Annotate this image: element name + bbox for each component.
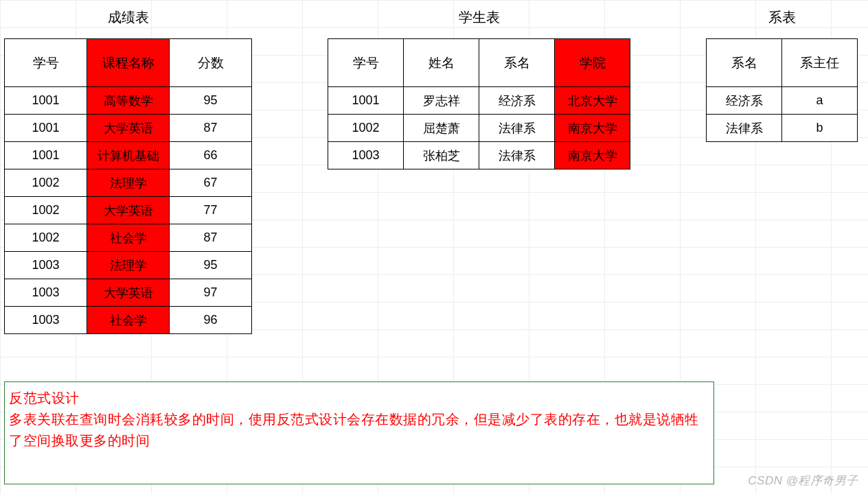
student-table: 学号 姓名 系名 学院 1001罗志祥经济系北京大学 1002屈楚萧法律系南京大… — [328, 38, 630, 169]
cell-dept: 经济系 — [707, 87, 782, 115]
cell-points: 97 — [170, 279, 252, 307]
student-table-title: 学生表 — [459, 8, 500, 26]
cell-points: 87 — [170, 224, 252, 252]
col-dept: 系名 — [707, 39, 782, 87]
cell-points: 87 — [170, 115, 252, 142]
cell-course: 法理学 — [87, 169, 170, 197]
col-points: 分数 — [170, 39, 252, 87]
cell-course: 高等数学 — [87, 87, 170, 115]
cell-id: 1002 — [5, 169, 87, 197]
cell-id: 1002 — [5, 224, 87, 252]
cell-dept: 经济系 — [479, 87, 555, 115]
cell-college: 南京大学 — [555, 142, 630, 169]
tables-area: 成绩表 学号 课程名称 分数 1001高等数学95 1001大学英语87 100… — [0, 0, 868, 334]
cell-course: 大学英语 — [87, 197, 170, 224]
dept-table-title: 系表 — [768, 8, 796, 26]
cell-course: 计算机基础 — [87, 142, 170, 169]
table-header-row: 系名 系主任 — [707, 39, 858, 87]
col-course-name: 课程名称 — [87, 39, 170, 87]
table-header-row: 学号 课程名称 分数 — [5, 39, 252, 87]
table-row: 1001高等数学95 — [5, 87, 252, 115]
cell-points: 67 — [170, 169, 252, 197]
table-row: 1001计算机基础66 — [5, 142, 252, 169]
cell-id: 1002 — [328, 115, 404, 142]
cell-id: 1002 — [5, 197, 87, 224]
cell-dept: 法律系 — [479, 142, 555, 169]
dept-table: 系名 系主任 经济系a 法律系b — [706, 38, 858, 142]
cell-name: 屈楚萧 — [404, 115, 479, 142]
score-table-block: 成绩表 学号 课程名称 分数 1001高等数学95 1001大学英语87 100… — [4, 8, 252, 334]
watermark: CSDN @程序奇男子 — [748, 473, 858, 489]
cell-dept: 法律系 — [707, 115, 782, 142]
cell-college: 北京大学 — [555, 87, 630, 115]
cell-id: 1001 — [5, 115, 87, 142]
table-row: 1001罗志祥经济系北京大学 — [328, 87, 630, 115]
cell-course: 大学英语 — [87, 115, 170, 142]
cell-course: 社会学 — [87, 307, 170, 334]
cell-college: 南京大学 — [555, 115, 630, 142]
cell-id: 1003 — [328, 142, 404, 169]
cell-id: 1003 — [5, 307, 87, 334]
col-dept-head: 系主任 — [782, 39, 858, 87]
note-body: 多表关联在查询时会消耗较多的时间，使用反范式设计会存在数据的冗余，但是减少了表的… — [9, 409, 709, 451]
cell-id: 1001 — [5, 142, 87, 169]
cell-course: 社会学 — [87, 224, 170, 252]
cell-points: 95 — [170, 87, 252, 115]
table-header-row: 学号 姓名 系名 学院 — [328, 39, 630, 87]
col-dept: 系名 — [479, 39, 555, 87]
col-student-name: 姓名 — [404, 39, 479, 87]
score-table-title: 成绩表 — [108, 8, 149, 26]
table-row: 1002屈楚萧法律系南京大学 — [328, 115, 630, 142]
table-row: 经济系a — [707, 87, 858, 115]
cell-course: 法理学 — [87, 252, 170, 279]
table-row: 1002大学英语77 — [5, 197, 252, 224]
score-table: 学号 课程名称 分数 1001高等数学95 1001大学英语87 1001计算机… — [4, 38, 252, 334]
cell-id: 1001 — [328, 87, 404, 115]
note-title: 反范式设计 — [9, 388, 709, 409]
cell-points: 77 — [170, 197, 252, 224]
table-row: 1003法理学95 — [5, 252, 252, 279]
dept-table-block: 系表 系名 系主任 经济系a 法律系b — [706, 8, 858, 142]
table-row: 1003大学英语97 — [5, 279, 252, 307]
cell-head: b — [782, 115, 858, 142]
col-college: 学院 — [555, 39, 630, 87]
col-student-id: 学号 — [328, 39, 404, 87]
cell-course: 大学英语 — [87, 279, 170, 307]
table-row: 法律系b — [707, 115, 858, 142]
cell-id: 1001 — [5, 87, 87, 115]
cell-points: 66 — [170, 142, 252, 169]
cell-points: 96 — [170, 307, 252, 334]
table-row: 1003社会学96 — [5, 307, 252, 334]
cell-head: a — [782, 87, 858, 115]
cell-name: 罗志祥 — [404, 87, 479, 115]
table-row: 1003张柏芝法律系南京大学 — [328, 142, 630, 169]
cell-points: 95 — [170, 252, 252, 279]
table-row: 1002法理学67 — [5, 169, 252, 197]
cell-id: 1003 — [5, 252, 87, 279]
col-student-id: 学号 — [5, 39, 87, 87]
table-row: 1001大学英语87 — [5, 115, 252, 142]
cell-id: 1003 — [5, 279, 87, 307]
table-row: 1002社会学87 — [5, 224, 252, 252]
student-table-block: 学生表 学号 姓名 系名 学院 1001罗志祥经济系北京大学 1002屈楚萧法律… — [328, 8, 630, 169]
cell-dept: 法律系 — [479, 115, 555, 142]
note-box: 反范式设计 多表关联在查询时会消耗较多的时间，使用反范式设计会存在数据的冗余，但… — [4, 381, 714, 484]
cell-name: 张柏芝 — [404, 142, 479, 169]
